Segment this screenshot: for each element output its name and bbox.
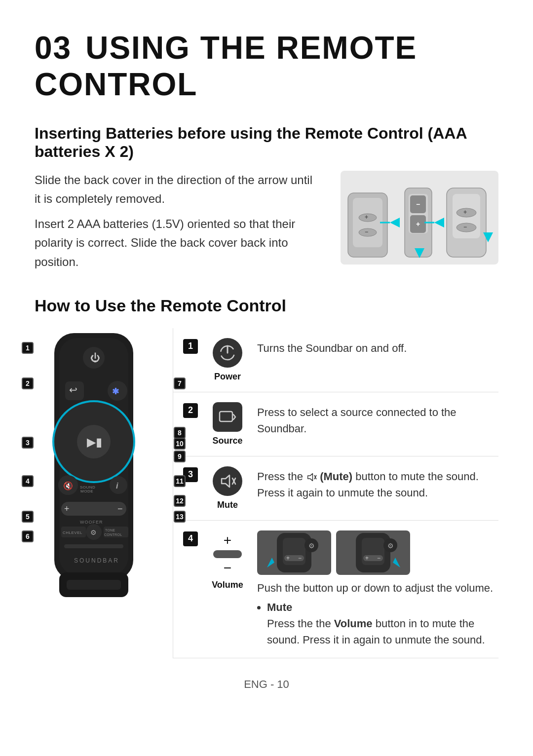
battery-text-block: Slide the back cover in the direction of… xyxy=(35,171,321,271)
source-label: Source xyxy=(212,436,242,446)
instruction-num-1: 1 xyxy=(183,339,198,354)
badge-1: 1 xyxy=(22,342,34,354)
volume-bullet-list: Mute Press the the Volume button in to m… xyxy=(257,599,498,648)
instruction-row-3: 3 Mute Press the (Mute) button to mute t… xyxy=(173,456,498,521)
volume-images: + − ⚙ xyxy=(257,530,498,575)
svg-text:+: + xyxy=(286,555,290,562)
svg-text:SOUNDBAR: SOUNDBAR xyxy=(74,557,119,564)
svg-text:+: + xyxy=(365,555,369,562)
badge-9: 9 xyxy=(174,451,186,462)
battery-text-2: Insert 2 AAA batteries (1.5V) oriented s… xyxy=(35,215,321,271)
volume-icon-visual: + − xyxy=(213,532,242,576)
remote-svg: ⏻ ↩ ✱ ▶▮ 🔇 i xyxy=(39,328,148,644)
volume-bar xyxy=(213,550,242,558)
volume-minus: − xyxy=(224,560,231,576)
badge-2: 2 xyxy=(22,378,34,389)
svg-text:✱: ✱ xyxy=(112,387,119,396)
svg-text:+: + xyxy=(365,214,368,221)
mute-icon-circle xyxy=(213,466,242,496)
volume-description-col: + − ⚙ xyxy=(257,530,498,648)
svg-text:−: − xyxy=(117,504,123,514)
instruction-desc-1: Turns the Soundbar on and off. xyxy=(257,338,498,356)
badge-11: 11 xyxy=(174,475,186,487)
instruction-row-1: 1 Power Turns the Soundbar on and off. xyxy=(173,328,498,392)
svg-point-37 xyxy=(110,476,127,494)
badge-13: 13 xyxy=(174,511,186,523)
power-label: Power xyxy=(214,372,241,382)
svg-text:+: + xyxy=(463,209,467,216)
svg-text:TONE: TONE xyxy=(105,529,115,532)
svg-rect-52 xyxy=(64,544,123,548)
instruction-num-2: 2 xyxy=(183,403,198,418)
volume-plus: + xyxy=(224,532,231,548)
instructions-column: 1 Power Turns the Soundbar on and off. 2… xyxy=(173,328,498,658)
svg-marker-62 xyxy=(308,474,313,481)
svg-marker-14 xyxy=(434,218,444,227)
badge-7: 7 xyxy=(174,378,186,389)
volume-bullet-mute: Mute Press the the Volume button in to m… xyxy=(267,599,498,648)
svg-rect-1 xyxy=(353,198,382,247)
instruction-icon-source: Source xyxy=(208,402,247,446)
remote-control-visual: 1 2 3 4 5 6 7 8 9 10 11 12 13 xyxy=(35,328,173,658)
chapter-number: 03 xyxy=(35,30,72,66)
svg-text:i: i xyxy=(116,482,118,490)
volume-image-2: + − ⚙ xyxy=(336,530,410,575)
svg-text:CONTROL: CONTROL xyxy=(104,533,122,536)
instruction-icon-volume: + − Volume xyxy=(208,530,247,590)
instruction-row-4: 4 + − Volume xyxy=(173,521,498,658)
svg-text:+: + xyxy=(416,220,420,228)
svg-text:▶▮: ▶▮ xyxy=(87,435,102,449)
svg-marker-59 xyxy=(222,475,229,487)
battery-section: Inserting Batteries before using the Rem… xyxy=(35,124,498,271)
svg-text:🔇: 🔇 xyxy=(63,481,73,491)
how-to-section: How to Use the Remote Control 1 2 3 4 5 … xyxy=(35,296,498,658)
volume-desc-text: Push the button up or down to adjust the… xyxy=(257,580,498,648)
instruction-icon-power: Power xyxy=(208,338,247,382)
badge-10: 10 xyxy=(174,438,186,450)
svg-rect-41 xyxy=(61,502,126,516)
page-title: 03USING THE REMOTE CONTROL xyxy=(35,30,498,103)
svg-text:WOOFER: WOOFER xyxy=(80,520,103,525)
volume-image-1: + − ⚙ xyxy=(257,530,331,575)
svg-text:⚙: ⚙ xyxy=(90,529,97,536)
svg-text:−: − xyxy=(365,228,368,235)
title-text: USING THE REMOTE CONTROL xyxy=(35,30,417,102)
battery-illustration: + − − + xyxy=(343,173,496,262)
svg-text:−: − xyxy=(377,555,381,562)
badge-12: 12 xyxy=(174,495,186,507)
battery-heading: Inserting Batteries before using the Rem… xyxy=(35,124,498,161)
svg-text:MODE: MODE xyxy=(80,489,93,493)
badge-6: 6 xyxy=(22,530,34,542)
page-footer: ENG - 10 xyxy=(35,678,498,691)
svg-text:CHLEVEL: CHLEVEL xyxy=(63,530,82,535)
volume-label: Volume xyxy=(212,580,243,590)
svg-text:+: + xyxy=(64,504,70,514)
svg-marker-72 xyxy=(267,558,274,567)
instruction-desc-3: Press the (Mute) button to mute the soun… xyxy=(257,466,498,501)
instruction-num-4: 4 xyxy=(183,531,198,546)
svg-rect-58 xyxy=(220,412,232,421)
footer-text: ENG - 10 xyxy=(244,678,289,690)
svg-text:↩: ↩ xyxy=(69,384,77,395)
svg-text:⏻: ⏻ xyxy=(90,352,100,363)
svg-marker-80 xyxy=(393,558,400,567)
battery-image: + − − + xyxy=(341,171,498,265)
power-icon-circle xyxy=(213,338,242,368)
how-to-heading: How to Use the Remote Control xyxy=(35,296,498,315)
instruction-desc-2: Press to select a source connected to th… xyxy=(257,402,498,437)
badge-5: 5 xyxy=(22,511,34,523)
mute-label: Mute xyxy=(217,500,238,510)
source-icon-rect xyxy=(213,402,242,432)
svg-marker-6 xyxy=(390,218,400,227)
svg-text:−: − xyxy=(463,224,467,230)
svg-text:⚙: ⚙ xyxy=(308,542,315,550)
how-to-container: 1 2 3 4 5 6 7 8 9 10 11 12 13 xyxy=(35,328,498,658)
svg-text:−: − xyxy=(298,555,302,562)
badge-8: 8 xyxy=(174,427,186,439)
svg-rect-55 xyxy=(67,580,121,590)
instruction-row-2: 2 Source Press to select a source connec… xyxy=(173,392,498,456)
badge-3: 3 xyxy=(22,437,34,449)
badge-4: 4 xyxy=(22,475,34,487)
svg-text:⚙: ⚙ xyxy=(387,542,394,550)
instruction-icon-mute: Mute xyxy=(208,466,247,510)
